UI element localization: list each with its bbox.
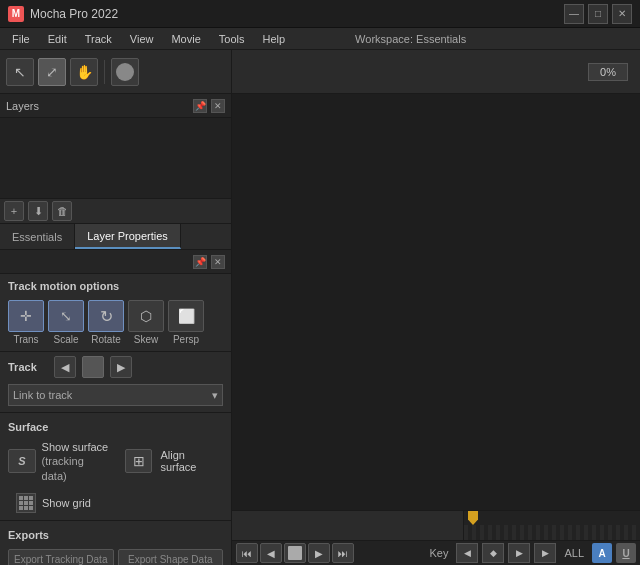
export-buttons: Export Tracking Data Export Shape Data — [8, 545, 223, 565]
persp-label: Persp — [173, 334, 199, 345]
link-to-track-row: Link to track ▾ — [0, 382, 231, 412]
show-grid-label: Show grid — [42, 497, 91, 509]
select-tool[interactable]: ⤢ — [38, 58, 66, 86]
tl-key-area: Key ◀ ◆ ▶ ▶ ALL A U — [425, 543, 636, 563]
persp-button[interactable]: ⬜ Persp — [168, 300, 204, 345]
motion-options-grid: ✛ Trans ⤡ Scale ↻ Rotate ⬡ Skew ⬜ — [0, 296, 231, 351]
rotate-label: Rotate — [91, 334, 120, 345]
export-tracking-data-button[interactable]: Export Tracking Data — [8, 549, 114, 565]
tl-stop-icon — [288, 546, 302, 560]
rotate-button[interactable]: ↻ Rotate — [88, 300, 124, 345]
tl-fwd-button[interactable]: ⏭ — [332, 543, 354, 563]
layers-panel-controls: 📌 ✕ — [193, 99, 225, 113]
menu-file[interactable]: File — [4, 31, 38, 47]
track-back-button[interactable]: ◀ — [54, 356, 76, 378]
skew-button[interactable]: ⬡ Skew — [128, 300, 164, 345]
tl-key-play[interactable]: ▶ — [534, 543, 556, 563]
show-surface-label: Show surface(tracking data) — [42, 440, 111, 483]
trans-label: Trans — [13, 334, 38, 345]
window-controls: — □ ✕ — [564, 4, 632, 24]
move-layer-down-button[interactable]: ⬇ — [28, 201, 48, 221]
skew-icon: ⬡ — [128, 300, 164, 332]
canvas-main[interactable] — [232, 94, 640, 510]
zoom-display[interactable]: 0% — [588, 63, 628, 81]
track-panel: 📌 ✕ Track motion options ✛ Trans ⤡ Scale… — [0, 250, 231, 565]
tl-all-label: ALL — [560, 547, 588, 559]
workspace-label: Workspace: Essentials — [355, 33, 466, 45]
trans-icon: ✛ — [8, 300, 44, 332]
track-panel-pin[interactable]: 📌 — [193, 255, 207, 269]
track-label: Track — [8, 361, 48, 373]
export-shape-data-button[interactable]: Export Shape Data — [118, 549, 224, 565]
scale-label: Scale — [53, 334, 78, 345]
scale-button[interactable]: ⤡ Scale — [48, 300, 84, 345]
layers-panel: Layers 📌 ✕ + ⬇ 🗑 — [0, 94, 231, 224]
close-button[interactable]: ✕ — [612, 4, 632, 24]
tab-essentials[interactable]: Essentials — [0, 224, 75, 249]
pan-tool[interactable]: ✋ — [70, 58, 98, 86]
align-surface-label: Align surface — [160, 449, 223, 473]
persp-icon: ⬜ — [168, 300, 204, 332]
tab-layer-properties[interactable]: Layer Properties — [75, 224, 181, 249]
menu-tools[interactable]: Tools — [211, 31, 253, 47]
tl-rewind-button[interactable]: ⏮ — [236, 543, 258, 563]
delete-layer-button[interactable]: 🗑 — [52, 201, 72, 221]
tl-key-diamond[interactable]: ◆ — [482, 543, 504, 563]
maximize-button[interactable]: □ — [588, 4, 608, 24]
properties-tabs: Essentials Layer Properties — [0, 224, 231, 250]
add-layer-button[interactable]: + — [4, 201, 24, 221]
track-panel-header: 📌 ✕ — [0, 250, 231, 274]
layers-header: Layers 📌 ✕ — [0, 94, 231, 118]
arrow-tool[interactable]: ↖ — [6, 58, 34, 86]
tl-badge-u[interactable]: U — [616, 543, 636, 563]
track-panel-controls: 📌 ✕ — [193, 255, 225, 269]
surface-section: Surface S Show surface(tracking data) ⊞ … — [0, 413, 231, 520]
menu-help[interactable]: Help — [254, 31, 293, 47]
menu-view[interactable]: View — [122, 31, 162, 47]
align-surface-icon: ⊞ — [125, 449, 153, 473]
tl-badge-a[interactable]: A — [592, 543, 612, 563]
layers-pin-button[interactable]: 📌 — [193, 99, 207, 113]
menu-bar: File Edit Track View Movie Tools Help Wo… — [0, 28, 640, 50]
menu-edit[interactable]: Edit — [40, 31, 75, 47]
link-to-track-select[interactable]: Link to track ▾ — [8, 384, 223, 406]
tl-key-label: Key — [425, 547, 452, 559]
layers-content — [0, 118, 231, 198]
timeline: ⏮ ◀ ▶ ⏭ Key ◀ ◆ ▶ ▶ ALL A U — [232, 510, 640, 565]
tl-stop-button[interactable] — [284, 543, 306, 563]
main-layout: ↖ ⤢ ✋ Layers 📌 ✕ + ⬇ 🗑 — [0, 50, 640, 565]
toolbar-separator — [104, 60, 105, 84]
exports-title: Exports — [8, 525, 223, 545]
show-surface-item[interactable]: S Show surface(tracking data) ⊞ Align su… — [8, 437, 223, 486]
menu-movie[interactable]: Movie — [163, 31, 208, 47]
track-panel-close[interactable]: ✕ — [211, 255, 225, 269]
tl-back-button[interactable]: ◀ — [260, 543, 282, 563]
left-panel: ↖ ⤢ ✋ Layers 📌 ✕ + ⬇ 🗑 — [0, 50, 232, 565]
canvas-area: 0% ⏮ ◀ ▶ — [232, 50, 640, 565]
canvas-toolbar: 0% — [232, 50, 640, 94]
tl-key-prev[interactable]: ◀ — [456, 543, 478, 563]
app-icon: M — [8, 6, 24, 22]
circle-icon — [116, 63, 134, 81]
track-motion-title: Track motion options — [0, 274, 231, 296]
main-toolbar: ↖ ⤢ ✋ — [0, 50, 231, 94]
show-grid-icon — [16, 493, 36, 513]
draw-tool[interactable] — [111, 58, 139, 86]
title-bar: M Mocha Pro 2022 — □ ✕ — [0, 0, 640, 28]
link-to-track-label: Link to track — [13, 389, 72, 401]
minimize-button[interactable]: — — [564, 4, 584, 24]
layers-title: Layers — [6, 100, 39, 112]
scale-icon: ⤡ — [48, 300, 84, 332]
track-fwd-button[interactable]: ▶ — [110, 356, 132, 378]
track-stop-button[interactable] — [82, 356, 104, 378]
menu-track[interactable]: Track — [77, 31, 120, 47]
tl-key-next[interactable]: ▶ — [508, 543, 530, 563]
timeline-controls: ⏮ ◀ ▶ ⏭ Key ◀ ◆ ▶ ▶ ALL A U — [232, 540, 640, 565]
show-surface-icon: S — [8, 449, 36, 473]
tl-play-button[interactable]: ▶ — [308, 543, 330, 563]
layers-close-button[interactable]: ✕ — [211, 99, 225, 113]
trans-button[interactable]: ✛ Trans — [8, 300, 44, 345]
exports-section: Exports Export Tracking Data Export Shap… — [0, 521, 231, 565]
rotate-icon: ↻ — [88, 300, 124, 332]
show-grid-row[interactable]: Show grid — [8, 490, 223, 516]
